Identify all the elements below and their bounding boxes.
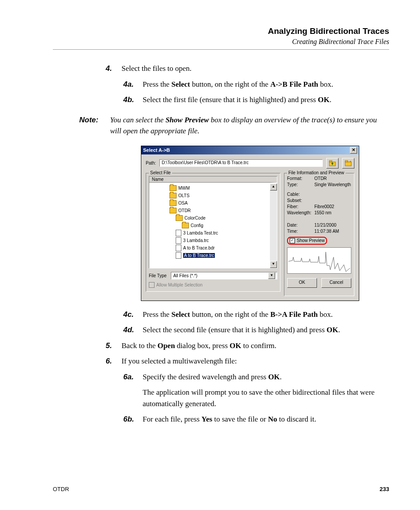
select-dialog: Select A->B ✕ Path: D:\Toolbox\User File… <box>141 146 359 301</box>
select-file-legend: Select File <box>149 170 172 175</box>
header-rule <box>53 49 389 50</box>
up-folder-button[interactable] <box>326 158 339 169</box>
page-header-subtitle: Creating Bidirectional Trace Files <box>53 38 389 46</box>
folder-icon <box>182 223 189 228</box>
svg-rect-2 <box>345 162 351 166</box>
checkbox-icon: ✓ <box>290 238 295 243</box>
show-preview-checkbox[interactable]: ✓ Show Preview <box>287 237 327 245</box>
up-folder-icon <box>329 160 336 166</box>
folder-item[interactable]: ColorCode <box>151 214 270 222</box>
step-4b-text: Select the first file (ensure that it is… <box>143 94 389 106</box>
file-icon <box>176 245 181 251</box>
folder-item[interactable]: MWM <box>151 184 270 192</box>
file-listbox[interactable]: Name MWM OLTS OSA OTDR ColorCode Config … <box>149 176 277 268</box>
folder-item[interactable]: OTDR <box>151 207 270 214</box>
step-6a-text: Specify the desired wavelength and press… <box>143 371 389 410</box>
footer-left: OTDR <box>53 486 69 492</box>
step-4-text: Select the files to open. <box>122 63 192 74</box>
step-4d-text: Select the second file (ensure that it i… <box>143 324 389 336</box>
step-4a-text: Press the Select button, on the right of… <box>143 79 389 90</box>
scroll-down-icon[interactable]: ▼ <box>270 261 277 268</box>
new-folder-icon <box>345 160 352 166</box>
date-label: Date: <box>287 223 314 227</box>
file-item[interactable]: A to B Trace.bdr <box>151 244 270 252</box>
step-6-text: If you selected a multiwavelength file: <box>122 356 237 367</box>
format-value: OTDR <box>314 176 327 181</box>
fiber-value: Fibre0002 <box>314 204 334 209</box>
new-folder-button[interactable] <box>342 158 354 169</box>
close-icon[interactable]: ✕ <box>350 147 357 154</box>
step-4c-text: Press the Select button, on the right of… <box>143 309 389 320</box>
step-6a-number: 6a. <box>123 371 143 410</box>
filetype-label: File Type <box>149 273 166 278</box>
note-text: You can select the Show Preview box to d… <box>110 114 389 137</box>
folder-icon <box>169 193 177 198</box>
path-input[interactable]: D:\Toolbox\User Files\OTDR\A to B Trace.… <box>159 159 323 167</box>
file-item[interactable]: 3 Lambda Test.trc <box>151 229 270 237</box>
folder-icon <box>176 215 183 221</box>
name-column-header[interactable]: Name <box>149 176 277 183</box>
page-number: 233 <box>379 486 389 492</box>
cable-label: Cable: <box>287 192 314 197</box>
folder-icon <box>169 200 177 206</box>
folder-item[interactable]: OLTS <box>151 192 270 199</box>
file-icon <box>176 237 181 244</box>
step-6b-number: 6b. <box>123 414 143 425</box>
wavelength-label: Wavelength: <box>287 210 314 215</box>
cancel-button[interactable]: Cancel <box>321 278 351 288</box>
time-label: Time: <box>287 229 314 234</box>
step-4-number: 4. <box>106 63 122 74</box>
svg-rect-1 <box>329 161 332 162</box>
date-value: 11/21/2000 <box>314 223 336 227</box>
type-value: Single Wavelength <box>314 182 351 187</box>
note-label: Note: <box>79 114 110 137</box>
step-4d-number: 4d. <box>123 324 143 336</box>
chevron-down-icon[interactable]: ▼ <box>268 272 275 279</box>
subset-label: Subset: <box>287 198 314 203</box>
type-label: Type: <box>287 182 314 187</box>
allow-multiple-checkbox <box>149 282 155 288</box>
wavelength-value: 1550 nm <box>314 210 332 215</box>
step-5-number: 5. <box>106 340 122 352</box>
scrollbar[interactable]: ▲ ▼ <box>270 183 277 268</box>
step-4c-number: 4c. <box>123 309 143 320</box>
ok-button[interactable]: OK <box>287 278 317 288</box>
folder-item[interactable]: Config <box>151 222 270 229</box>
format-label: Format: <box>287 176 314 181</box>
step-6-number: 6. <box>106 356 122 367</box>
file-item-selected[interactable]: A to B Trace.trc <box>151 252 270 259</box>
step-6b-text: For each file, press Yes to save the fil… <box>143 414 389 425</box>
time-value: 11:07:38 AM <box>314 229 339 234</box>
scroll-up-icon[interactable]: ▲ <box>270 183 277 191</box>
fiber-label: Fiber: <box>287 204 314 209</box>
file-icon <box>176 230 181 236</box>
dialog-title: Select A->B <box>143 147 170 153</box>
path-label: Path: <box>146 161 156 165</box>
step-4a-number: 4a. <box>123 79 143 90</box>
folder-icon <box>169 185 177 191</box>
folder-item[interactable]: OSA <box>151 199 270 207</box>
file-item[interactable]: 3 Lambda.trc <box>151 237 270 244</box>
trace-preview <box>287 247 351 274</box>
page-header-title: Analyzing Bidirectional Traces <box>53 26 389 36</box>
svg-rect-3 <box>345 161 348 162</box>
step-5-text: Back to the Open dialog box, press OK to… <box>122 340 276 352</box>
filetype-combo[interactable]: All Files (*.*) ▼ <box>171 272 277 279</box>
step-4b-number: 4b. <box>123 94 143 106</box>
folder-icon <box>169 208 177 213</box>
file-icon <box>176 252 181 259</box>
allow-multiple-label: Allow Multiple Selection <box>156 283 203 287</box>
file-info-legend: File Information and Preview <box>287 170 346 175</box>
